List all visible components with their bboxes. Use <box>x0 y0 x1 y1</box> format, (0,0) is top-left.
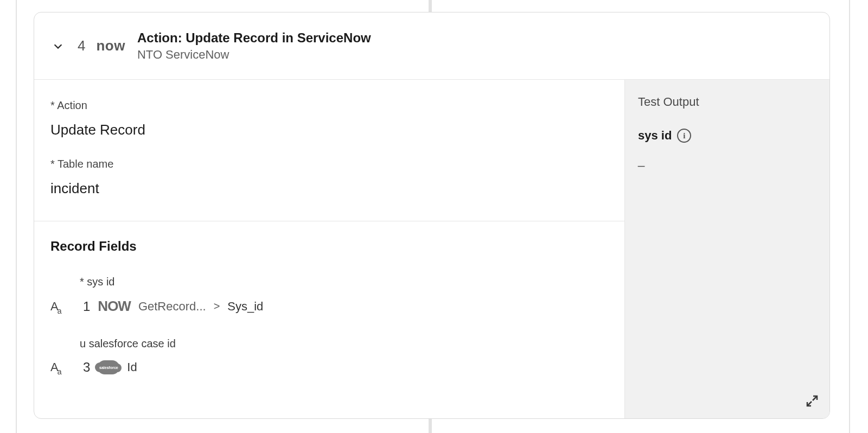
record-field-sys-id: * sys id Aa 1 NOW GetRecord... > Sys_id <box>50 276 608 315</box>
record-field-u-salesforce-case-id: u salesforce case id Aa 3 salesforce Id <box>50 338 608 375</box>
card-header: 4 now Action: Update Record in ServiceNo… <box>34 12 829 80</box>
servicenow-logo: now <box>96 37 125 54</box>
source-step-number: 1 <box>83 299 90 314</box>
config-panel: * Action Update Record * Table name inci… <box>34 80 624 418</box>
output-field-label: sys id <box>638 129 672 143</box>
servicenow-pill-icon: NOW <box>98 298 131 315</box>
salesforce-cloud-icon: salesforce <box>98 360 119 374</box>
card-title: Action: Update Record in ServiceNow <box>137 30 371 46</box>
info-icon[interactable]: i <box>677 129 691 143</box>
u-salesforce-case-id-label: u salesforce case id <box>80 338 608 350</box>
text-type-icon: Aa <box>50 300 67 314</box>
action-field-label: * Action <box>50 99 608 112</box>
right-edge-line <box>849 0 850 433</box>
breadcrumb-separator: > <box>214 300 220 313</box>
test-output-heading: Test Output <box>638 95 816 109</box>
source-field-name[interactable]: Sys_id <box>227 300 263 314</box>
text-type-icon: Aa <box>50 360 67 374</box>
source-field-name[interactable]: Id <box>127 360 137 374</box>
action-step-card: 4 now Action: Update Record in ServiceNo… <box>34 12 830 419</box>
table-name-value[interactable]: incident <box>50 180 608 197</box>
left-edge-line <box>16 0 17 433</box>
source-step-number: 3 <box>83 360 90 375</box>
expand-panel-button[interactable] <box>806 394 819 410</box>
output-field-value: _ <box>638 154 816 168</box>
step-number: 4 <box>78 37 85 54</box>
collapse-toggle[interactable] <box>49 37 67 55</box>
test-output-panel: Test Output sys id i _ <box>624 80 829 418</box>
source-action-name[interactable]: GetRecord... <box>138 300 206 314</box>
sys-id-label: * sys id <box>80 276 608 288</box>
table-name-label: * Table name <box>50 158 608 170</box>
action-field-value[interactable]: Update Record <box>50 122 608 138</box>
chevron-down-icon <box>52 40 64 52</box>
record-fields-heading: Record Fields <box>50 239 608 254</box>
card-subtitle: NTO ServiceNow <box>137 48 371 62</box>
expand-icon <box>806 394 819 407</box>
